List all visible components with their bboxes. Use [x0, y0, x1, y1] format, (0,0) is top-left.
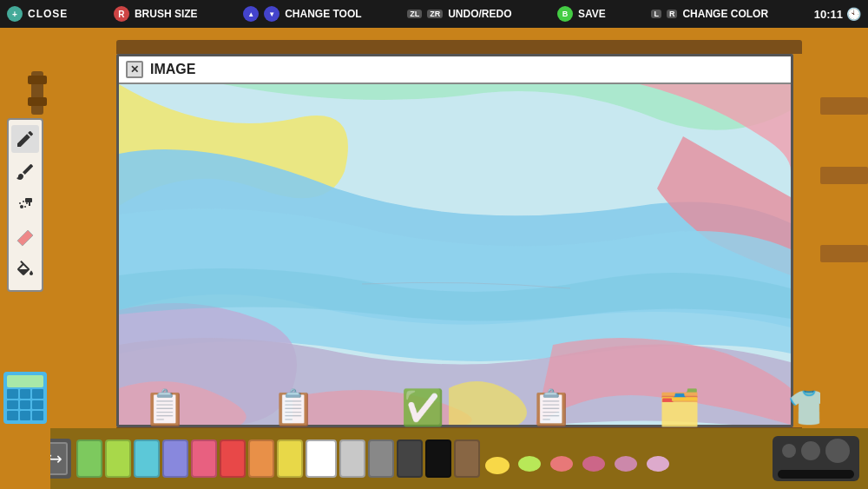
svg-point-11	[582, 456, 605, 472]
curve-swatch-5[interactable]	[643, 439, 673, 478]
image-window: ✕ IMAGE	[116, 54, 793, 427]
save-label[interactable]: SAVE	[578, 8, 606, 20]
brush-medium[interactable]	[801, 441, 820, 460]
image-titlebar: ✕ IMAGE	[119, 56, 791, 84]
change-tool-label: CHANGE TOOL	[285, 8, 361, 20]
close-group[interactable]: + CLOSE	[7, 6, 68, 22]
svg-point-0	[20, 205, 23, 208]
close-icon: +	[7, 6, 23, 22]
calc-key	[32, 389, 43, 399]
brush-icon: R	[114, 6, 129, 22]
eraser-tool[interactable]	[11, 224, 39, 252]
color-swatch-8[interactable]	[339, 439, 365, 478]
curve-swatch-3[interactable]	[579, 439, 608, 478]
brush-size-panel	[773, 436, 859, 481]
svg-point-3	[26, 202, 28, 204]
calc-key	[20, 389, 31, 399]
calc-key	[32, 411, 43, 420]
image-close-button[interactable]: ✕	[126, 61, 143, 78]
brush-panel-inner	[778, 439, 854, 479]
brush-small[interactable]	[782, 444, 796, 458]
zr-button: ZR	[427, 10, 443, 18]
change-tool-group: ▲ ▼ CHANGE TOOL	[243, 6, 361, 22]
time-display: 10:11 🕙	[814, 7, 861, 21]
zl-button: ZL	[407, 10, 422, 18]
svg-rect-5	[25, 198, 32, 202]
wood-stripe-3	[820, 245, 868, 262]
curve-swatch-0[interactable]	[483, 439, 512, 478]
painting-svg	[119, 84, 791, 425]
color-swatch-4[interactable]	[191, 439, 217, 478]
stroke-preview	[778, 470, 854, 479]
b-button: B	[557, 6, 573, 22]
tool-panel	[7, 118, 43, 292]
change-color-label: CHANGE COLOR	[682, 8, 768, 20]
main-area: ✕ IMAGE	[0, 28, 868, 489]
color-swatch-1[interactable]	[105, 439, 131, 478]
easel-top-bar	[116, 40, 802, 54]
calc-key	[20, 400, 31, 410]
calc-key	[7, 389, 18, 399]
svg-point-13	[647, 456, 669, 472]
color-swatch-6[interactable]	[248, 439, 274, 478]
calc-key	[7, 400, 18, 410]
svg-point-9	[518, 456, 541, 472]
brush-size-label: BRUSH SIZE	[135, 8, 198, 20]
brush-size-group: R BRUSH SIZE	[114, 6, 198, 22]
wood-stripe-2	[820, 167, 868, 184]
easel-frame: ✕ IMAGE	[116, 33, 802, 441]
image-title: IMAGE	[150, 62, 195, 77]
color-swatch-10[interactable]	[397, 439, 423, 478]
color-palette	[76, 439, 764, 478]
brush-large[interactable]	[825, 439, 850, 463]
left-toolbar	[0, 28, 50, 489]
clock-icon: 🕙	[846, 7, 861, 21]
save-group[interactable]: B SAVE	[557, 6, 606, 22]
svg-point-4	[24, 206, 26, 208]
calc-screen	[7, 375, 43, 387]
change-down-icon: ▼	[264, 6, 279, 22]
color-swatch-0[interactable]	[76, 439, 102, 478]
calc-key	[32, 400, 43, 410]
top-bar: + CLOSE R BRUSH SIZE ▲ ▼ CHANGE TOOL ZL …	[0, 0, 868, 28]
change-color-group: L R CHANGE COLOR	[651, 8, 768, 20]
spray-tool[interactable]	[11, 191, 39, 219]
curve-swatch-1[interactable]	[515, 439, 544, 478]
brush-tool[interactable]	[11, 158, 39, 186]
curve-swatch-4[interactable]	[611, 439, 641, 478]
change-up-icon: ▲	[243, 6, 259, 22]
color-swatch-7[interactable]	[277, 439, 303, 478]
svg-point-8	[485, 457, 510, 474]
svg-point-2	[23, 201, 24, 202]
pencil-tool[interactable]	[11, 125, 39, 153]
color-swatch-black[interactable]	[425, 439, 451, 478]
time-text: 10:11	[814, 8, 843, 21]
curve-swatch-2[interactable]	[547, 439, 576, 478]
canvas-painting[interactable]	[119, 84, 791, 425]
calc-key	[20, 411, 31, 420]
canvas-area: ✕ IMAGE	[50, 28, 868, 489]
color-swatch-9[interactable]	[368, 439, 394, 478]
calc-keys	[7, 389, 43, 420]
color-swatch-brown[interactable]	[454, 439, 480, 478]
close-label[interactable]: CLOSE	[28, 8, 68, 20]
calc-key	[7, 411, 18, 420]
desk-right	[820, 28, 868, 427]
color-swatch-white[interactable]	[306, 439, 337, 478]
undo-redo-group: ZL ZR UNDO/REDO	[407, 8, 511, 20]
svg-point-12	[615, 456, 637, 472]
calculator	[3, 372, 47, 424]
undo-redo-label: UNDO/REDO	[448, 8, 511, 20]
wood-stripe-1	[820, 97, 868, 115]
svg-rect-6	[29, 202, 30, 206]
bucket-tool[interactable]	[11, 257, 39, 285]
color-swatch-5[interactable]	[220, 439, 246, 478]
color-swatch-3[interactable]	[162, 439, 188, 478]
bottom-bar: ↩ ↪	[0, 428, 868, 489]
color-swatch-2[interactable]	[134, 439, 160, 478]
r-button: R	[667, 10, 678, 18]
l-button: L	[651, 10, 661, 18]
svg-point-1	[19, 202, 21, 204]
brush-dots-row	[782, 439, 850, 463]
svg-point-10	[550, 456, 573, 472]
